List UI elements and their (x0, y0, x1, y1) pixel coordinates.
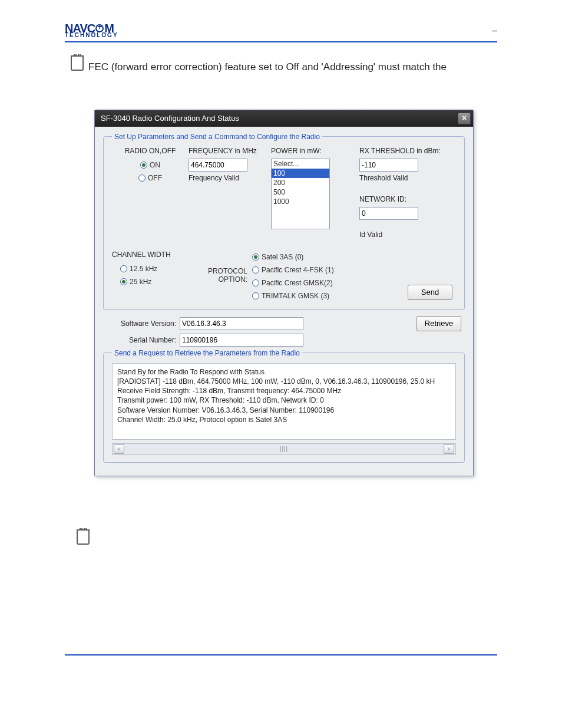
protocol-option-label: PROTOCOL OPTION: (194, 267, 247, 284)
horizontal-scrollbar[interactable]: ‹ |||| › (112, 443, 456, 455)
protocol-label: Satel 3AS (0) (262, 253, 303, 261)
network-id-header: NETWORK ID: (359, 195, 448, 203)
power-option-selected[interactable]: 100 (272, 169, 329, 178)
scroll-left-button[interactable]: ‹ (114, 444, 124, 454)
radio-on-label: ON (150, 161, 160, 169)
protocol-label: Pacific Crest GMSK(2) (262, 279, 333, 287)
frequency-status: Frequency Valid (189, 174, 271, 182)
protocol-label: TRIMTALK GMSK (3) (262, 292, 329, 300)
config-window: SF-3040 Radio Configuration And Status ×… (94, 110, 474, 476)
log-line: Channel Width: 25.0 kHz, Protocol option… (117, 415, 451, 424)
radio-unselected-icon (252, 279, 259, 286)
radio-unselected-icon (252, 292, 259, 299)
rx-threshold-header: RX THRESHOLD in dBm: (359, 147, 448, 155)
rx-threshold-status: Threshold Valid (359, 174, 448, 182)
power-listbox[interactable]: Select... 100 200 500 1000 (271, 159, 330, 229)
network-id-status: Id Valid (359, 230, 448, 239)
software-version-label: Software Version: (103, 319, 180, 328)
serial-number-field[interactable] (180, 334, 303, 347)
retrieve-button[interactable]: Retrieve (416, 316, 461, 331)
power-header: POWER in mW: (271, 147, 353, 155)
radio-selected-icon (252, 253, 259, 261)
chevron-left-icon: ‹ (118, 446, 120, 452)
log-line: Receive Field Strength: -118 dBm, Transm… (117, 386, 451, 396)
send-button[interactable]: Send (408, 285, 452, 300)
radio-on-option[interactable]: ON (140, 161, 160, 169)
footer-rule (65, 654, 497, 655)
frequency-input[interactable] (189, 159, 247, 172)
power-option[interactable]: Select... (272, 159, 329, 169)
radio-off-option[interactable]: OFF (138, 174, 162, 182)
radio-unselected-icon (252, 266, 259, 274)
chevron-right-icon: › (448, 446, 449, 452)
intro-text: FEC (forward error correction) feature s… (88, 60, 497, 74)
page-dash: – (492, 25, 497, 36)
log-line: Transmit power: 100 mW, RX Threshold: -1… (117, 396, 451, 405)
close-button[interactable]: × (458, 113, 471, 124)
channel-width-12-5[interactable]: 12.5 kHz (120, 265, 194, 273)
setup-legend: Set Up Parameters and Send a Command to … (112, 133, 322, 141)
retrieve-legend: Send a Request to Retrieve the Parameter… (112, 349, 302, 357)
log-line: [RADIOSTAT] -118 dBm, 464.75000 MHz, 100… (117, 377, 451, 386)
serial-number-label: Serial Number: (103, 336, 180, 344)
power-option[interactable]: 1000 (272, 197, 329, 206)
protocol-label: Pacific Crest 4-FSK (1) (262, 266, 334, 274)
radio-unselected-icon (120, 265, 127, 272)
rx-threshold-input[interactable] (359, 159, 418, 172)
protocol-trimtalk-gmsk[interactable]: TRIMTALK GMSK (3) (252, 292, 364, 300)
window-title: SF-3040 Radio Configuration And Status (101, 114, 239, 123)
channel-width-label: 12.5 kHz (130, 265, 157, 273)
power-option[interactable]: 200 (272, 178, 329, 187)
radio-selected-icon (120, 278, 127, 285)
log-line: Stand By for the Radio To Respond with S… (117, 367, 451, 377)
gear-icon (95, 24, 104, 32)
note-icon (77, 529, 90, 545)
radio-selected-icon (140, 162, 147, 169)
scroll-track[interactable]: |||| (124, 446, 444, 452)
status-log: Stand By for the Radio To Respond with S… (112, 363, 456, 440)
network-id-input[interactable] (359, 207, 418, 220)
setup-group: Set Up Parameters and Send a Command to … (103, 133, 465, 310)
protocol-satel-3as[interactable]: Satel 3AS (0) (252, 253, 364, 261)
software-version-field[interactable] (180, 317, 303, 330)
radio-unselected-icon (138, 174, 146, 182)
power-option[interactable]: 500 (272, 187, 329, 197)
titlebar: SF-3040 Radio Configuration And Status × (95, 110, 473, 127)
note-icon (71, 55, 84, 71)
brand-logo: NAVCM TECHNOLOGY (65, 24, 118, 38)
frequency-header: FREQUENCY in MHz (189, 147, 271, 155)
header-rule (65, 41, 497, 42)
scroll-right-button[interactable]: › (444, 444, 454, 454)
retrieve-group: Send a Request to Retrieve the Parameter… (103, 349, 465, 463)
log-line: Software Version Number: V06.16.3.46.3, … (117, 406, 451, 415)
channel-width-label: 25 kHz (130, 278, 151, 286)
protocol-pacific-4fsk[interactable]: Pacific Crest 4-FSK (1) (252, 266, 364, 274)
protocol-pacific-gmsk[interactable]: Pacific Crest GMSK(2) (252, 279, 364, 287)
channel-width-header: CHANNEL WIDTH (112, 251, 194, 259)
channel-width-25[interactable]: 25 kHz (120, 278, 194, 286)
radio-onoff-header: RADIO ON,OFF (125, 147, 176, 155)
radio-off-label: OFF (148, 174, 162, 182)
